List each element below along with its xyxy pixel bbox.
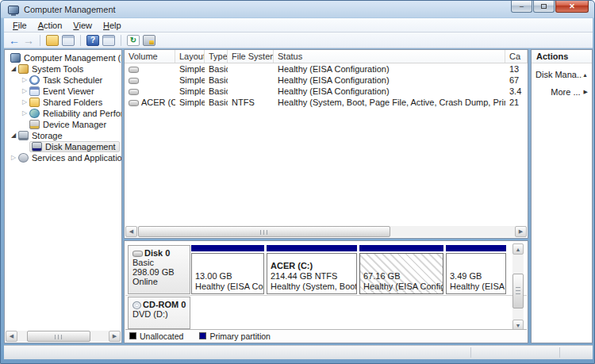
forward-icon[interactable]: →	[23, 35, 34, 46]
disk0-label[interactable]: Disk 0 Basic 298.09 GB Online	[128, 245, 190, 294]
title-bar[interactable]: Computer Management – ✕	[1, 1, 595, 18]
tree-horizontal-scrollbar[interactable]: ◀ ▶	[6, 331, 121, 342]
expander-collapsed-icon[interactable]: ▷	[20, 97, 29, 108]
help-icon[interactable]: ?	[86, 35, 99, 46]
scrollbar-thumb[interactable]	[512, 274, 524, 308]
computer-icon	[10, 53, 21, 63]
tree-item-device-manager[interactable]: Device Manager	[5, 119, 121, 130]
toolbar-separator	[121, 35, 121, 46]
scrollbar-thumb[interactable]	[138, 226, 390, 237]
volume-list: Volume Layout Type File System Status Ca…	[124, 49, 528, 239]
partition-type-bar	[267, 245, 357, 251]
scroll-left-icon[interactable]: ◀	[6, 331, 17, 342]
legend-primary-partition: Primary partition	[199, 331, 270, 341]
volume-row[interactable]: Simple Basic Healthy (EISA Configuration…	[125, 63, 528, 75]
back-icon[interactable]: ←	[9, 35, 20, 46]
collapse-group-icon[interactable]: ▲	[582, 72, 588, 78]
console-tree: Computer Management (Local ◢ System Tool…	[4, 49, 122, 343]
toolbar-separator	[80, 35, 81, 46]
volume-list-header: Volume Layout Type File System Status Ca	[125, 50, 528, 63]
actions-title: Actions	[532, 50, 592, 63]
menu-view[interactable]: View	[67, 19, 98, 32]
tree-item-storage[interactable]: ◢ Storage	[5, 130, 121, 141]
volume-icon	[129, 78, 139, 84]
tree-item-system-tools[interactable]: ◢ System Tools	[5, 63, 121, 75]
expander-collapsed-icon[interactable]: ▷	[20, 86, 29, 97]
device-manager-icon	[29, 120, 40, 129]
partition-block[interactable]: 3.49 GB Healthy (EISA Co	[446, 245, 506, 294]
toolbar-separator	[40, 35, 40, 46]
cd-icon	[132, 301, 141, 309]
expander-expanded-icon[interactable]: ◢	[9, 130, 18, 141]
tree-item-services-applications[interactable]: ▷ Services and Applications	[5, 152, 121, 163]
minimize-button[interactable]: –	[511, 1, 532, 13]
menu-help[interactable]: Help	[98, 19, 127, 32]
partition-block-acer-c[interactable]: ACER (C:) 214.44 GB NTFS Healthy (System…	[267, 245, 357, 294]
column-header-status[interactable]: Status	[274, 50, 505, 63]
column-header-capacity[interactable]: Ca	[505, 50, 528, 63]
cdrom-label[interactable]: CD-ROM 0 DVD (D:)	[128, 297, 190, 329]
selected-tree-item: Disk Management	[29, 141, 120, 152]
tree-item-event-viewer[interactable]: ▷ Event Viewer	[5, 86, 121, 97]
partition-legend: Unallocated Primary partition	[125, 329, 527, 342]
column-header-file-system[interactable]: File System	[228, 50, 274, 63]
scroll-left-icon[interactable]: ◀	[125, 226, 137, 237]
volume-row[interactable]: Simple Basic Healthy (EISA Configuration…	[125, 86, 528, 97]
menu-file[interactable]: File	[7, 19, 33, 32]
volume-icon	[129, 67, 139, 73]
disk-settings-icon[interactable]	[143, 35, 155, 46]
expander-expanded-icon[interactable]: ◢	[9, 63, 18, 75]
volume-icon	[129, 89, 139, 95]
partition-type-bar	[359, 245, 443, 251]
tree-item-task-scheduler[interactable]: ▷ Task Scheduler	[5, 75, 121, 86]
close-button[interactable]: ✕	[555, 1, 589, 13]
volume-icon	[129, 100, 139, 106]
app-icon	[8, 6, 19, 14]
actions-pane: Actions Disk Mana... ▲ More ... ▶	[531, 49, 593, 343]
column-header-layout[interactable]: Layout	[175, 50, 205, 63]
menu-action[interactable]: Action	[33, 19, 68, 32]
status-bar-divider	[559, 347, 560, 358]
tree-item-shared-folders[interactable]: ▷ Shared Folders	[5, 97, 121, 108]
reliability-icon	[29, 109, 40, 118]
partition-type-bar	[446, 245, 506, 251]
folder-icon[interactable]	[46, 35, 59, 46]
more-actions-icon[interactable]: ▶	[584, 89, 588, 95]
console-window-icon[interactable]	[62, 35, 75, 46]
refresh-icon[interactable]: ↻	[127, 35, 140, 46]
scroll-right-icon[interactable]: ▶	[515, 226, 527, 237]
tree-item-disk-management[interactable]: Disk Management	[5, 141, 121, 152]
column-header-volume[interactable]: Volume	[125, 50, 175, 63]
tree-item-reliability[interactable]: ▷ Reliability and Performa	[5, 108, 121, 119]
scroll-right-icon[interactable]: ▶	[109, 331, 121, 342]
shared-folders-icon	[29, 98, 40, 107]
task-scheduler-icon	[29, 75, 40, 85]
expander-collapsed-icon[interactable]: ▷	[20, 75, 29, 86]
expander-collapsed-icon[interactable]: ▷	[9, 152, 18, 163]
scroll-up-icon[interactable]: ▲	[512, 243, 524, 255]
volume-list-horizontal-scrollbar[interactable]: ◀ ▶	[125, 226, 527, 237]
partition-block-selected[interactable]: 67.16 GB Healthy (EISA Configura	[359, 245, 443, 294]
actions-group-disk-management[interactable]: Disk Mana... ▲	[532, 68, 592, 81]
computer-management-window: Computer Management – ✕ File Action View…	[0, 0, 595, 364]
system-tools-icon	[18, 64, 29, 74]
volume-row[interactable]: ACER (C:) Simple Basic NTFS Healthy (Sys…	[125, 97, 528, 108]
status-bar	[4, 345, 593, 359]
graphical-view: Disk 0 Basic 298.09 GB Online 13.00 GB H…	[124, 240, 528, 343]
graph-vertical-scrollbar[interactable]: ▲ ▼	[512, 243, 524, 331]
volume-row[interactable]: Simple Basic Healthy (EISA Configuration…	[125, 75, 528, 86]
event-viewer-icon	[29, 86, 40, 96]
disk0-partitions: 13.00 GB Healthy (EISA Confi ACER (C:) 2…	[191, 245, 506, 294]
tree-item-computer-management[interactable]: Computer Management (Local	[5, 52, 121, 63]
disk-icon	[132, 251, 143, 257]
expander-collapsed-icon[interactable]: ▷	[20, 108, 29, 119]
toolbar: ← → ? ↻	[4, 33, 593, 48]
actions-more[interactable]: More ... ▶	[532, 86, 592, 98]
partition-block[interactable]: 13.00 GB Healthy (EISA Confi	[191, 245, 264, 294]
primary-partition-swatch	[199, 332, 206, 339]
maximize-button[interactable]	[533, 1, 555, 13]
column-header-type[interactable]: Type	[205, 50, 228, 63]
properties-window-icon[interactable]	[102, 35, 115, 46]
scrollbar-thumb[interactable]	[27, 331, 90, 342]
disk-row-divider	[125, 295, 527, 296]
